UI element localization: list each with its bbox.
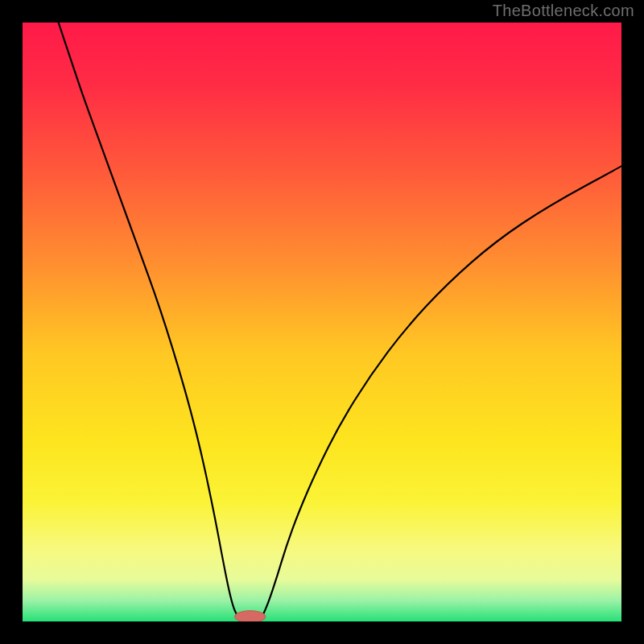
plot-area [23, 23, 621, 621]
bottleneck-marker [234, 611, 266, 621]
watermark-text: TheBottleneck.com [493, 2, 634, 20]
chart-frame: TheBottleneck.com [0, 0, 644, 644]
gradient-background [23, 23, 621, 621]
chart-svg [23, 23, 621, 621]
